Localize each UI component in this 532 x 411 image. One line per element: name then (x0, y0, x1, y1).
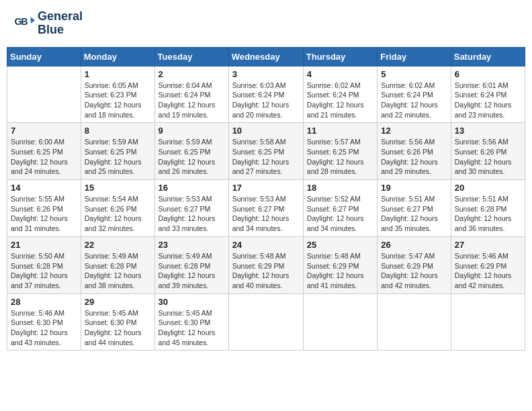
calendar-cell: 28Sunrise: 5:46 AMSunset: 6:30 PMDayligh… (7, 293, 81, 351)
day-info: Sunrise: 5:53 AMSunset: 6:27 PMDaylight:… (232, 194, 300, 234)
day-number: 11 (307, 126, 373, 136)
calendar-cell (7, 66, 81, 123)
day-number: 22 (85, 240, 151, 250)
day-info: Sunrise: 5:56 AMSunset: 6:26 PMDaylight:… (455, 137, 521, 177)
day-number: 14 (11, 183, 77, 193)
day-number: 15 (85, 183, 151, 193)
calendar-cell: 26Sunrise: 5:47 AMSunset: 6:29 PMDayligh… (378, 236, 451, 293)
calendar-cell: 20Sunrise: 5:51 AMSunset: 6:28 PMDayligh… (451, 180, 525, 237)
day-number: 13 (455, 126, 521, 136)
calendar-cell: 30Sunrise: 5:45 AMSunset: 6:30 PMDayligh… (154, 293, 228, 351)
calendar-cell: 5Sunrise: 6:02 AMSunset: 6:24 PMDaylight… (378, 66, 451, 123)
calendar-cell: 19Sunrise: 5:51 AMSunset: 6:27 PMDayligh… (378, 180, 451, 237)
calendar-cell: 17Sunrise: 5:53 AMSunset: 6:27 PMDayligh… (228, 180, 303, 237)
logo: G B General Blue (13, 10, 83, 37)
day-info: Sunrise: 5:54 AMSunset: 6:26 PMDaylight:… (85, 194, 151, 234)
day-info: Sunrise: 5:59 AMSunset: 6:25 PMDaylight:… (159, 137, 225, 177)
day-number: 24 (232, 240, 300, 250)
weekday-header: Friday (378, 47, 451, 66)
weekday-header: Sunday (7, 47, 81, 66)
calendar-cell (303, 293, 377, 351)
day-info: Sunrise: 5:48 AMSunset: 6:29 PMDaylight:… (232, 251, 300, 291)
day-number: 26 (381, 240, 447, 250)
day-info: Sunrise: 6:00 AMSunset: 6:25 PMDaylight:… (11, 137, 77, 177)
calendar-cell: 7Sunrise: 6:00 AMSunset: 6:25 PMDaylight… (7, 123, 81, 180)
calendar-cell: 16Sunrise: 5:53 AMSunset: 6:27 PMDayligh… (154, 180, 228, 237)
day-number: 21 (11, 240, 77, 250)
calendar-cell: 8Sunrise: 5:59 AMSunset: 6:25 PMDaylight… (81, 123, 154, 180)
day-number: 20 (455, 183, 521, 193)
day-info: Sunrise: 5:45 AMSunset: 6:30 PMDaylight:… (85, 308, 151, 348)
day-number: 10 (232, 126, 300, 136)
day-number: 18 (307, 183, 373, 193)
calendar-cell: 13Sunrise: 5:56 AMSunset: 6:26 PMDayligh… (451, 123, 525, 180)
calendar-cell: 29Sunrise: 5:45 AMSunset: 6:30 PMDayligh… (81, 293, 154, 351)
day-info: Sunrise: 5:56 AMSunset: 6:26 PMDaylight:… (381, 137, 447, 177)
calendar-cell: 23Sunrise: 5:49 AMSunset: 6:28 PMDayligh… (154, 236, 228, 293)
day-number: 8 (85, 126, 151, 136)
day-number: 7 (11, 126, 77, 136)
day-info: Sunrise: 5:49 AMSunset: 6:28 PMDaylight:… (159, 251, 225, 291)
calendar-cell: 10Sunrise: 5:58 AMSunset: 6:25 PMDayligh… (228, 123, 303, 180)
calendar-week-row: 7Sunrise: 6:00 AMSunset: 6:25 PMDaylight… (7, 123, 525, 180)
day-info: Sunrise: 5:46 AMSunset: 6:29 PMDaylight:… (455, 251, 521, 291)
day-info: Sunrise: 5:55 AMSunset: 6:26 PMDaylight:… (11, 194, 77, 234)
logo-text: General Blue (38, 10, 83, 37)
day-number: 2 (159, 69, 225, 79)
weekday-header: Wednesday (228, 47, 303, 66)
weekday-header: Thursday (303, 47, 377, 66)
calendar-week-row: 21Sunrise: 5:50 AMSunset: 6:28 PMDayligh… (7, 236, 525, 293)
day-number: 23 (159, 240, 225, 250)
day-info: Sunrise: 6:05 AMSunset: 6:23 PMDaylight:… (85, 81, 151, 120)
calendar-cell: 25Sunrise: 5:48 AMSunset: 6:29 PMDayligh… (303, 236, 377, 293)
day-info: Sunrise: 5:51 AMSunset: 6:27 PMDaylight:… (381, 194, 447, 234)
calendar-cell: 14Sunrise: 5:55 AMSunset: 6:26 PMDayligh… (7, 180, 81, 237)
calendar-cell: 2Sunrise: 6:04 AMSunset: 6:24 PMDaylight… (154, 66, 228, 123)
calendar-week-row: 1Sunrise: 6:05 AMSunset: 6:23 PMDaylight… (7, 66, 525, 123)
day-info: Sunrise: 5:59 AMSunset: 6:25 PMDaylight:… (85, 137, 151, 177)
day-info: Sunrise: 5:46 AMSunset: 6:30 PMDaylight:… (11, 308, 77, 348)
day-info: Sunrise: 5:53 AMSunset: 6:27 PMDaylight:… (159, 194, 225, 234)
day-number: 30 (159, 297, 225, 307)
weekday-header: Saturday (451, 47, 525, 66)
calendar-header-row: SundayMondayTuesdayWednesdayThursdayFrid… (7, 47, 525, 66)
calendar-week-row: 28Sunrise: 5:46 AMSunset: 6:30 PMDayligh… (7, 293, 525, 351)
day-info: Sunrise: 5:45 AMSunset: 6:30 PMDaylight:… (159, 308, 225, 348)
day-number: 4 (307, 69, 373, 79)
calendar-cell (378, 293, 451, 351)
day-number: 12 (381, 126, 447, 136)
day-number: 6 (455, 69, 521, 79)
calendar-cell: 3Sunrise: 6:03 AMSunset: 6:24 PMDaylight… (228, 66, 303, 123)
day-number: 1 (85, 69, 151, 79)
day-info: Sunrise: 6:04 AMSunset: 6:24 PMDaylight:… (159, 81, 225, 120)
day-number: 3 (232, 69, 300, 79)
day-number: 25 (307, 240, 373, 250)
weekday-header: Monday (81, 47, 154, 66)
day-info: Sunrise: 5:57 AMSunset: 6:25 PMDaylight:… (307, 137, 373, 177)
calendar-cell: 22Sunrise: 5:49 AMSunset: 6:28 PMDayligh… (81, 236, 154, 293)
day-info: Sunrise: 6:03 AMSunset: 6:24 PMDaylight:… (232, 81, 300, 120)
calendar-cell: 9Sunrise: 5:59 AMSunset: 6:25 PMDaylight… (154, 123, 228, 180)
svg-marker-2 (31, 17, 35, 24)
day-number: 16 (159, 183, 225, 193)
svg-text:B: B (21, 15, 28, 26)
calendar-cell: 4Sunrise: 6:02 AMSunset: 6:24 PMDaylight… (303, 66, 377, 123)
day-info: Sunrise: 5:47 AMSunset: 6:29 PMDaylight:… (381, 251, 447, 291)
day-info: Sunrise: 6:01 AMSunset: 6:24 PMDaylight:… (455, 81, 521, 120)
day-info: Sunrise: 5:51 AMSunset: 6:28 PMDaylight:… (455, 194, 521, 234)
calendar-cell: 1Sunrise: 6:05 AMSunset: 6:23 PMDaylight… (81, 66, 154, 123)
day-info: Sunrise: 5:49 AMSunset: 6:28 PMDaylight:… (85, 251, 151, 291)
day-number: 9 (159, 126, 225, 136)
calendar-cell: 21Sunrise: 5:50 AMSunset: 6:28 PMDayligh… (7, 236, 81, 293)
day-number: 19 (381, 183, 447, 193)
day-info: Sunrise: 5:48 AMSunset: 6:29 PMDaylight:… (307, 251, 373, 291)
page-header: G B General Blue (7, 7, 525, 40)
calendar-cell: 12Sunrise: 5:56 AMSunset: 6:26 PMDayligh… (378, 123, 451, 180)
day-number: 29 (85, 297, 151, 307)
calendar-cell (451, 293, 525, 351)
calendar-cell: 6Sunrise: 6:01 AMSunset: 6:24 PMDaylight… (451, 66, 525, 123)
day-number: 5 (381, 69, 447, 79)
calendar-cell: 11Sunrise: 5:57 AMSunset: 6:25 PMDayligh… (303, 123, 377, 180)
day-info: Sunrise: 5:52 AMSunset: 6:27 PMDaylight:… (307, 194, 373, 234)
day-number: 17 (232, 183, 300, 193)
